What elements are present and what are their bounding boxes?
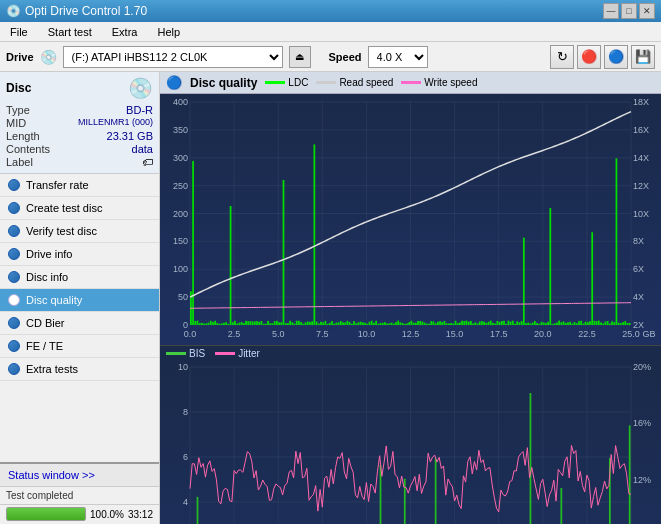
bottom-chart-area — [160, 361, 661, 524]
sidebar-item-disc-quality[interactable]: Disc quality — [0, 289, 159, 312]
mid-value: MILLENMR1 (000) — [78, 117, 153, 129]
legend-write-color — [401, 81, 421, 84]
nav-icon-extra-tests — [8, 363, 20, 375]
sidebar-item-extra-tests[interactable]: Extra tests — [0, 358, 159, 381]
drive-bar: Drive 💿 (F:) ATAPI iHBS112 2 CL0K ⏏ Spee… — [0, 42, 661, 72]
progress-area: Test completed — [0, 486, 159, 504]
refresh-icon[interactable]: ↻ — [550, 45, 574, 69]
progress-percent: 100.0% — [90, 509, 124, 520]
sidebar-item-disc-info[interactable]: Disc info — [0, 266, 159, 289]
legend-jitter-label: Jitter — [238, 348, 260, 359]
disc-read-icon[interactable]: 🔴 — [577, 45, 601, 69]
contents-value: data — [132, 143, 153, 155]
disc-section-label: Disc — [6, 81, 31, 95]
title-bar: 💿 Opti Drive Control 1.70 — □ ✕ — [0, 0, 661, 22]
speed-select[interactable]: 4.0 X 1.0 X 2.0 X 8.0 X — [368, 46, 428, 68]
legend-ldc-label: LDC — [288, 77, 308, 88]
menu-start-test[interactable]: Start test — [42, 24, 98, 40]
menu-help[interactable]: Help — [151, 24, 186, 40]
nav-icon-drive-info — [8, 248, 20, 260]
legend-write-label: Write speed — [424, 77, 477, 88]
menu-extra[interactable]: Extra — [106, 24, 144, 40]
sidebar-item-fe-te[interactable]: FE / TE — [0, 335, 159, 358]
label-icon: 🏷 — [142, 156, 153, 168]
drive-select[interactable]: (F:) ATAPI iHBS112 2 CL0K — [63, 46, 283, 68]
bis-chart — [160, 361, 661, 524]
length-value: 23.31 GB — [107, 130, 153, 142]
nav-icon-create-test-disc — [8, 202, 20, 214]
legend-jitter: Jitter — [215, 348, 260, 359]
nav-icon-disc-info — [8, 271, 20, 283]
disc-panel: Disc 💿 Type BD-R MID MILLENMR1 (000) Len… — [0, 72, 159, 174]
speed-label: Speed — [329, 51, 362, 63]
legend-read-label: Read speed — [339, 77, 393, 88]
drive-icon: 💿 — [40, 49, 57, 65]
legend-bis-label: BIS — [189, 348, 205, 359]
legend-write-speed: Write speed — [401, 77, 477, 88]
disc-icon: 💿 — [128, 76, 153, 100]
progress-bar — [6, 507, 86, 521]
top-chart-area — [160, 94, 661, 345]
minimize-button[interactable]: — — [603, 3, 619, 19]
length-label: Length — [6, 130, 40, 142]
nav-icon-fe-te — [8, 340, 20, 352]
sidebar-item-transfer-rate[interactable]: Transfer rate — [0, 174, 159, 197]
sidebar: Disc 💿 Type BD-R MID MILLENMR1 (000) Len… — [0, 72, 160, 524]
sidebar-item-drive-info[interactable]: Drive info — [0, 243, 159, 266]
nav-icon-disc-quality — [8, 294, 20, 306]
sidebar-item-cd-bier[interactable]: CD Bier — [0, 312, 159, 335]
legend-ldc: LDC — [265, 77, 308, 88]
nav-icon-verify-test-disc — [8, 225, 20, 237]
nav-label-fe-te: FE / TE — [26, 340, 63, 352]
progress-bar-fill — [7, 508, 85, 520]
menu-file[interactable]: File — [4, 24, 34, 40]
progress-status: Test completed — [6, 490, 73, 501]
chart-title: Disc quality — [190, 76, 257, 90]
nav-label-cd-bier: CD Bier — [26, 317, 65, 329]
legend-read-color — [316, 81, 336, 84]
sidebar-item-create-test-disc[interactable]: Create test disc — [0, 197, 159, 220]
contents-label: Contents — [6, 143, 50, 155]
save-icon[interactable]: 💾 — [631, 45, 655, 69]
legend-bis-color — [166, 352, 186, 355]
legend-bis: BIS — [166, 348, 205, 359]
disc-write-icon[interactable]: 🔵 — [604, 45, 628, 69]
status-window-button[interactable]: Status window >> — [0, 462, 159, 486]
maximize-button[interactable]: □ — [621, 3, 637, 19]
drive-label: Drive — [6, 51, 34, 63]
nav-label-drive-info: Drive info — [26, 248, 72, 260]
nav-label-disc-info: Disc info — [26, 271, 68, 283]
mid-label: MID — [6, 117, 26, 129]
toolbar-icons: ↻ 🔴 🔵 💾 — [550, 45, 655, 69]
ldc-chart — [160, 94, 661, 345]
nav-label-transfer-rate: Transfer rate — [26, 179, 89, 191]
nav-label-disc-quality: Disc quality — [26, 294, 82, 306]
window-controls: — □ ✕ — [603, 3, 655, 19]
type-value: BD-R — [126, 104, 153, 116]
label-label: Label — [6, 156, 33, 168]
content-area: 🔵 Disc quality LDC Read speed Write spee… — [160, 72, 661, 524]
sidebar-item-verify-test-disc[interactable]: Verify test disc — [0, 220, 159, 243]
nav-label-extra-tests: Extra tests — [26, 363, 78, 375]
nav-label-create-test-disc: Create test disc — [26, 202, 102, 214]
close-button[interactable]: ✕ — [639, 3, 655, 19]
legend-read-speed: Read speed — [316, 77, 393, 88]
sidebar-nav: Transfer rate Create test disc Verify te… — [0, 174, 159, 381]
bis-chart-header: BIS Jitter — [160, 345, 661, 361]
chart-header: 🔵 Disc quality LDC Read speed Write spee… — [160, 72, 661, 94]
charts-wrapper: BIS Jitter — [160, 94, 661, 524]
legend-ldc-color — [265, 81, 285, 84]
eject-button[interactable]: ⏏ — [289, 46, 311, 68]
main-area: Disc 💿 Type BD-R MID MILLENMR1 (000) Len… — [0, 72, 661, 524]
app-title: Opti Drive Control 1.70 — [25, 4, 147, 18]
nav-label-verify-test-disc: Verify test disc — [26, 225, 97, 237]
type-label: Type — [6, 104, 30, 116]
menu-bar: File Start test Extra Help — [0, 22, 661, 42]
progress-time: 33:12 — [128, 509, 153, 520]
nav-icon-transfer-rate — [8, 179, 20, 191]
nav-icon-cd-bier — [8, 317, 20, 329]
app-icon: 💿 — [6, 4, 21, 18]
legend-jitter-color — [215, 352, 235, 355]
